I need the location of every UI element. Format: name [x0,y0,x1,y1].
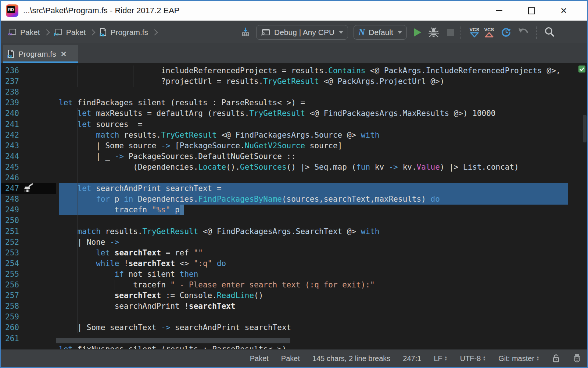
code-token: () [254,291,263,300]
line-number: 239 [5,98,19,108]
code-token: sources = [92,120,143,129]
selection-summary: 145 chars, 2 line breaks [312,354,390,363]
tab-program-fs[interactable]: F# Program.fs ✕ [3,45,78,63]
minimize-button[interactable] [483,1,515,21]
horizontal-scrollbar-thumb[interactable] [56,338,290,343]
code-token: searchAndPrint searchText [170,323,291,332]
code-token [110,248,115,257]
code-token: searchText [189,302,235,311]
code-token: fun [356,163,370,171]
debug-button[interactable] [428,27,440,38]
encoding-select[interactable]: UTF-8 ▲▼ [460,354,486,363]
build-solution-icon[interactable] [240,27,251,38]
code-token: do [431,195,440,204]
maximize-button[interactable] [515,1,548,21]
code-token: "%s" [152,205,171,214]
line-number: 245 [5,162,19,173]
vertical-scrollbar-thumb[interactable] [583,115,587,142]
run-button[interactable] [414,28,421,36]
code-token: TryGetResult [143,227,198,236]
inspection-profile-icon[interactable] [573,354,581,363]
editor[interactable]: 236 includeReferencedProjects = results.… [1,63,587,349]
code-token [59,248,96,257]
code-token: .map ( [328,163,356,171]
chevron-down-icon [398,31,402,34]
git-branch-select[interactable]: Git: master ▲▼ [498,354,539,363]
rider-logo-letters: RD [7,6,15,13]
code-token [59,270,115,279]
toolbar-actions: Debug | Any CPU N Default VCS VCS [240,21,556,43]
code-token: Dependencies. [133,195,198,204]
code-token: <@ [305,109,324,118]
code-token: p [110,195,124,204]
tab-close-icon[interactable]: ✕ [61,50,67,59]
rollback-button[interactable] [499,26,513,39]
code-token: tracefn [59,280,170,289]
run-configuration-select[interactable]: Debug | Any CPU [256,25,348,40]
line-number: 240 [5,108,19,119]
line-number: 247 [5,183,19,194]
code-token: Seq [314,163,328,171]
code-area[interactable]: 236 includeReferencedProjects = results.… [1,63,587,349]
code-token: maxResults = defaultArg (results. [92,109,250,118]
code-token [59,120,78,129]
inspection-status-ok-icon[interactable] [578,66,585,74]
code-token: (). [226,163,240,171]
line-ending-select[interactable]: LF ▲▼ [434,354,447,363]
breadcrumb-solution[interactable]: ∞ Paket [8,28,40,37]
status-module-b[interactable]: Paket [281,354,300,363]
vcs-update-arrow-icon [469,32,480,38]
code-token: let [96,248,110,257]
code-token: Locate [198,163,226,171]
line-number: 238 [5,87,19,98]
line-number: 258 [5,301,19,312]
line-number: 246 [5,173,19,183]
close-button[interactable]: ✕ [548,1,580,21]
chevron-down-icon [339,31,343,34]
vcs-commit-label: VCS [484,27,494,32]
chevron-right-icon [152,29,158,35]
code-line: | Some searchText -> searchAndPrint sear… [59,322,291,333]
vcs-commit-button[interactable]: VCS [484,27,494,38]
breadcrumb-project[interactable]: F# Paket [54,28,86,37]
code-token: source] [305,141,342,150]
code-token: searchAndPrint searchText = [92,184,222,193]
caret-position[interactable]: 247:1 [403,354,421,363]
code-line: if not silent then [59,269,198,280]
code-line: let findPackages silent (results : Parse… [59,98,305,108]
code-line: match results.TryGetResult <@ FindPackag… [59,226,379,237]
git-branch-value: Git: master [498,354,534,363]
code-token: tracefn [59,205,152,214]
code-token [212,259,217,268]
status-module-a[interactable]: Paket [250,354,269,363]
line-number: 236 [5,66,19,76]
cleanup-brush-gutter-icon[interactable] [21,183,35,196]
code-token: TryGetResult [263,77,319,86]
code-token: searchText [115,291,161,300]
code-token: FindPackagesArgs.SearchText [217,227,342,236]
svg-text:F#: F# [100,33,104,37]
code-token: NuGetV2Source [245,141,305,150]
code-token: List [463,163,482,171]
search-everywhere-icon[interactable] [544,26,556,39]
code-line: match results.TryGetResult <@ FindPackag… [59,130,379,141]
code-token: . [240,141,245,150]
line-number: 254 [5,258,19,269]
updown-icon: ▲▼ [483,356,486,361]
vcs-update-button[interactable]: VCS [469,27,480,38]
code-token: includeReferencedProjects = results. [59,66,328,75]
code-token: -> [161,323,170,332]
code-line: ?projectUrl = results.TryGetResult <@ Pa… [59,76,444,87]
code-token: with [361,227,380,236]
code-token: match [96,131,119,139]
code-token: GetSources [240,163,286,171]
editor-tab-bar: F# Program.fs ✕ [1,43,587,63]
launch-profile-select[interactable]: N Default [354,25,407,40]
breadcrumb-file[interactable]: F# Program.fs [100,28,148,37]
unlock-icon[interactable] [552,354,560,363]
code-token: <@ [217,131,236,139]
svg-text:∞: ∞ [8,31,12,36]
code-line: tracefn " - Please enter search text (:q… [59,280,375,290]
code-token: <@ [365,66,384,75]
code-token: @> [342,227,361,236]
